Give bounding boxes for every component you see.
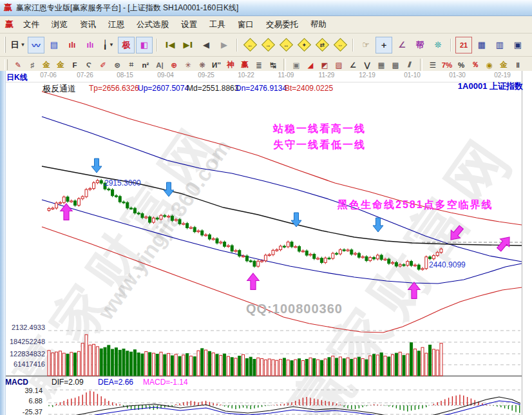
angle-tool-icon[interactable]: ∠: [394, 37, 410, 53]
grid-arrow-icon[interactable]: ▩: [388, 58, 403, 72]
quote-board-icon[interactable]: ▤: [46, 37, 62, 53]
share-icon[interactable]: ⧉: [527, 37, 532, 53]
gold-circle-icon[interactable]: ◉: [482, 58, 497, 72]
gann-fan-icon[interactable]: ◢: [303, 58, 318, 72]
calendar-icon[interactable]: 21: [455, 37, 472, 53]
ai-tool-icon[interactable]: ❊: [430, 37, 446, 53]
diamond-center-icon: ✦: [297, 38, 310, 52]
kline-chart-canvas[interactable]: [0, 71, 532, 415]
golden-spiral-icon[interactable]: 金: [53, 58, 68, 72]
notes-icon[interactable]: ▥: [491, 37, 508, 53]
menu-item-帮助[interactable]: 帮助: [305, 17, 332, 32]
compass-icon[interactable]: ⊛: [110, 58, 124, 72]
tab-daily-kline[interactable]: 日K线: [6, 72, 28, 83]
minute-9-chart-icon[interactable]: ılı: [82, 37, 99, 53]
hatch-grid-icon[interactable]: ♯: [25, 58, 39, 72]
trend-chart-icon[interactable]: 〰: [28, 37, 44, 53]
peak-price-label: 2915.3000: [104, 179, 141, 188]
menu-item-工具[interactable]: 工具: [204, 17, 231, 32]
toolbar-separator: [236, 39, 238, 52]
n-square-icon[interactable]: n²: [138, 58, 153, 72]
toolbar-separator: [283, 59, 286, 72]
diamond-left-icon[interactable]: ←: [242, 37, 258, 53]
pencil-red-icon[interactable]: ✐: [96, 58, 110, 72]
ying-tool-icon[interactable]: 赢: [238, 58, 252, 72]
text-vertical-icon[interactable]: A|: [153, 58, 167, 72]
channel-value-label: Tp=2656.6326: [89, 84, 139, 93]
ruler-grid-icon[interactable]: ⌗: [124, 58, 138, 72]
window-title: 赢家江恩专业版[赢家服务平台] - [上证指数 SH1A0001-160日K线]: [16, 3, 238, 14]
chart-region: 赢家财富网 赢家财富网 www.yingjia360.com 日K线 07-06…: [0, 71, 532, 415]
save-icon[interactable]: ▣: [509, 37, 526, 53]
starburst-icon[interactable]: ✳: [181, 58, 195, 72]
diamond-center-icon[interactable]: ✦: [296, 37, 312, 53]
parallel-lines-icon[interactable]: ⫽: [403, 58, 417, 72]
macd-scale-label: 39.14: [5, 387, 43, 394]
symbol-code: 1A0001: [458, 81, 488, 91]
toolbar-grip[interactable]: [5, 59, 8, 71]
color-histogram-icon[interactable]: ◧: [136, 37, 153, 53]
diamond-wide-icon[interactable]: ⇔: [332, 37, 348, 53]
dropdown-caret-icon: ▼: [109, 42, 114, 48]
golden-section-icon[interactable]: 金: [39, 58, 53, 72]
percent-icon[interactable]: %: [454, 58, 468, 72]
calculator-icon[interactable]: ▦: [473, 37, 490, 53]
menu-bar: 赢 文件浏览资讯江恩公式选股设置工具窗口交易委托帮助: [0, 16, 532, 34]
grid-box-icon[interactable]: ▦: [374, 58, 388, 72]
next-bar-icon[interactable]: ▶: [216, 37, 233, 53]
symbol-label: 1A0001 上证指数: [451, 81, 523, 92]
volume-scale-label: 122834832: [5, 350, 45, 358]
diamond-right-icon[interactable]: →: [260, 37, 276, 53]
help-tool-icon[interactable]: 帮: [412, 37, 428, 53]
volume-scale-label: 184252248: [5, 338, 45, 345]
ray-box-icon[interactable]: ▨: [332, 58, 346, 72]
rect-select-icon[interactable]: ▣: [289, 58, 303, 72]
x-axis-date-label: 02-19: [488, 72, 517, 79]
diamond-expand-icon[interactable]: ↔: [278, 37, 294, 53]
price-ladder-icon[interactable]: ☰: [426, 58, 440, 72]
toolbar-grip[interactable]: [5, 37, 6, 53]
last-page-icon[interactable]: ▶Ⅰ: [180, 37, 196, 53]
crosshair-tool-icon[interactable]: ＋: [375, 37, 392, 53]
menu-item-窗口[interactable]: 窗口: [232, 17, 260, 32]
target-circle-icon[interactable]: ⊕: [167, 58, 181, 72]
prev-bar-icon[interactable]: ◀: [198, 37, 214, 53]
app-logo-icon: 赢: [5, 19, 14, 30]
band-grid-icon[interactable]: ≣: [252, 58, 266, 72]
menu-item-设置[interactable]: 设置: [175, 17, 203, 32]
percent-7-icon[interactable]: 7%: [440, 58, 454, 72]
fibonacci-icon[interactable]: F: [68, 58, 82, 72]
wave-mark-icon[interactable]: Иˮ: [209, 58, 223, 72]
menu-item-公式选股[interactable]: 公式选股: [131, 17, 175, 32]
arc-tool-icon[interactable]: Ϛ: [82, 58, 96, 72]
minute-3-chart-icon[interactable]: ılı: [64, 37, 81, 53]
diamond-right-icon: →: [261, 38, 274, 52]
menu-item-浏览[interactable]: 浏览: [46, 17, 73, 32]
menu-item-文件[interactable]: 文件: [17, 17, 45, 32]
menu-item-交易委托[interactable]: 交易委托: [260, 17, 304, 32]
jifan-channel-icon[interactable]: 极: [118, 37, 135, 53]
hand-tool-icon[interactable]: ☞: [357, 37, 374, 53]
macd-panel-title: MACD: [5, 378, 28, 387]
percent-line-icon[interactable]: ％: [468, 58, 482, 72]
menu-item-江恩[interactable]: 江恩: [102, 17, 130, 32]
channel-value-label: Dn=2476.9134: [236, 84, 287, 93]
gold-line-icon[interactable]: 金: [497, 58, 511, 72]
period-daily-icon[interactable]: 日▼: [10, 37, 26, 53]
bar-measure-icon[interactable]: ‖: [511, 58, 525, 72]
first-page-icon[interactable]: Ⅰ◀: [162, 37, 178, 53]
width-measure-icon[interactable]: ↹: [266, 58, 280, 72]
fan-box-icon[interactable]: ◩: [318, 58, 332, 72]
price-scale-bottom: 2132.4933: [5, 323, 45, 331]
diamond-swap-icon[interactable]: ⇄: [314, 37, 330, 53]
zigzag-icon[interactable]: ⋁: [360, 58, 374, 72]
menu-item-资讯[interactable]: 资讯: [74, 17, 102, 32]
angle-lines-icon[interactable]: ∠: [346, 58, 360, 72]
diamond-expand-icon: ↔: [279, 38, 292, 52]
volume-scale-label: 61417416: [5, 360, 45, 368]
pen-tool-icon[interactable]: ✎: [11, 58, 25, 72]
shen-tool-icon[interactable]: 神: [223, 58, 238, 72]
candle-style-icon[interactable]: ╽▼: [100, 37, 117, 53]
x-axis-date-label: 09-25: [192, 72, 220, 79]
spider-web-icon[interactable]: ❋: [195, 58, 209, 72]
